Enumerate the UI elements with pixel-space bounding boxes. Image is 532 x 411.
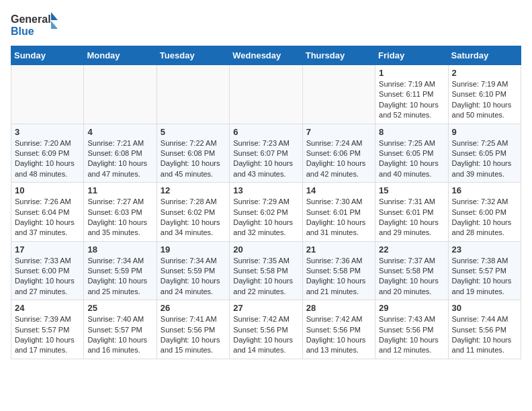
cell-info: Sunrise: 7:19 AM Sunset: 6:11 PM Dayligh…: [379, 79, 444, 121]
calendar-cell: 12Sunrise: 7:28 AM Sunset: 6:02 PM Dayli…: [157, 183, 229, 242]
calendar-cell: 25Sunrise: 7:40 AM Sunset: 5:57 PM Dayli…: [84, 300, 157, 359]
calendar-cell: 9Sunrise: 7:25 AM Sunset: 6:05 PM Daylig…: [448, 124, 521, 183]
cell-info: Sunrise: 7:27 AM Sunset: 6:03 PM Dayligh…: [87, 197, 152, 238]
cell-info: Sunrise: 7:29 AM Sunset: 6:02 PM Dayligh…: [233, 197, 298, 238]
cell-info: Sunrise: 7:20 AM Sunset: 6:09 PM Dayligh…: [15, 138, 80, 180]
cell-info: Sunrise: 7:23 AM Sunset: 6:07 PM Dayligh…: [233, 138, 298, 180]
cell-info: Sunrise: 7:21 AM Sunset: 6:08 PM Dayligh…: [87, 138, 152, 180]
calendar-cell: 23Sunrise: 7:38 AM Sunset: 5:57 PM Dayli…: [448, 241, 521, 300]
day-number: 24: [15, 303, 80, 313]
page-header: GeneralBlue: [11, 11, 521, 38]
calendar-cell: [230, 65, 302, 124]
calendar-cell: 24Sunrise: 7:39 AM Sunset: 5:57 PM Dayli…: [11, 300, 84, 359]
day-number: 22: [379, 244, 444, 255]
calendar-cell: 2Sunrise: 7:19 AM Sunset: 6:10 PM Daylig…: [448, 65, 521, 124]
day-number: 30: [452, 303, 517, 313]
svg-text:General: General: [11, 13, 51, 25]
day-number: 5: [161, 127, 226, 137]
day-number: 10: [15, 185, 80, 195]
calendar-cell: 3Sunrise: 7:20 AM Sunset: 6:09 PM Daylig…: [11, 124, 84, 183]
calendar-cell: 22Sunrise: 7:37 AM Sunset: 5:58 PM Dayli…: [375, 241, 448, 300]
calendar-cell: 16Sunrise: 7:32 AM Sunset: 6:00 PM Dayli…: [448, 183, 521, 242]
cell-info: Sunrise: 7:28 AM Sunset: 6:02 PM Dayligh…: [161, 197, 226, 238]
cell-info: Sunrise: 7:41 AM Sunset: 5:56 PM Dayligh…: [161, 314, 226, 356]
day-number: 11: [87, 185, 152, 195]
calendar-cell: 26Sunrise: 7:41 AM Sunset: 5:56 PM Dayli…: [157, 300, 229, 359]
cell-info: Sunrise: 7:35 AM Sunset: 5:58 PM Dayligh…: [233, 256, 298, 298]
calendar-week-row: 10Sunrise: 7:26 AM Sunset: 6:04 PM Dayli…: [11, 183, 521, 242]
cell-info: Sunrise: 7:44 AM Sunset: 5:56 PM Dayligh…: [452, 314, 517, 356]
day-number: 7: [306, 127, 371, 137]
calendar-cell: 6Sunrise: 7:23 AM Sunset: 6:07 PM Daylig…: [230, 124, 302, 183]
calendar-cell: 29Sunrise: 7:43 AM Sunset: 5:56 PM Dayli…: [375, 300, 448, 359]
day-number: 9: [452, 127, 517, 137]
calendar-cell: [11, 65, 84, 124]
calendar-cell: [302, 65, 375, 124]
calendar-cell: [84, 65, 157, 124]
cell-info: Sunrise: 7:25 AM Sunset: 6:05 PM Dayligh…: [452, 138, 517, 180]
calendar-cell: 20Sunrise: 7:35 AM Sunset: 5:58 PM Dayli…: [230, 241, 302, 300]
day-number: 17: [15, 244, 80, 255]
day-number: 29: [379, 303, 444, 313]
weekday-header: Monday: [84, 46, 157, 65]
day-number: 23: [452, 244, 517, 255]
svg-marker-2: [51, 12, 58, 20]
cell-info: Sunrise: 7:25 AM Sunset: 6:05 PM Dayligh…: [379, 138, 444, 180]
calendar-header-row: SundayMondayTuesdayWednesdayThursdayFrid…: [11, 46, 521, 65]
cell-info: Sunrise: 7:38 AM Sunset: 5:57 PM Dayligh…: [452, 256, 517, 298]
calendar-cell: 14Sunrise: 7:30 AM Sunset: 6:01 PM Dayli…: [302, 183, 375, 242]
day-number: 20: [233, 244, 298, 255]
day-number: 15: [379, 185, 444, 195]
day-number: 18: [87, 244, 152, 255]
calendar-week-row: 17Sunrise: 7:33 AM Sunset: 6:00 PM Dayli…: [11, 241, 521, 300]
day-number: 14: [306, 185, 371, 195]
calendar-week-row: 1Sunrise: 7:19 AM Sunset: 6:11 PM Daylig…: [11, 65, 521, 124]
day-number: 6: [233, 127, 298, 137]
logo: GeneralBlue: [11, 11, 58, 38]
cell-info: Sunrise: 7:24 AM Sunset: 6:06 PM Dayligh…: [306, 138, 371, 180]
day-number: 19: [161, 244, 226, 255]
weekday-header: Saturday: [448, 46, 521, 65]
cell-info: Sunrise: 7:42 AM Sunset: 5:56 PM Dayligh…: [233, 314, 298, 356]
calendar-week-row: 3Sunrise: 7:20 AM Sunset: 6:09 PM Daylig…: [11, 124, 521, 183]
calendar-cell: 10Sunrise: 7:26 AM Sunset: 6:04 PM Dayli…: [11, 183, 84, 242]
calendar-cell: 30Sunrise: 7:44 AM Sunset: 5:56 PM Dayli…: [448, 300, 521, 359]
calendar-cell: 11Sunrise: 7:27 AM Sunset: 6:03 PM Dayli…: [84, 183, 157, 242]
calendar-cell: 17Sunrise: 7:33 AM Sunset: 6:00 PM Dayli…: [11, 241, 84, 300]
cell-info: Sunrise: 7:30 AM Sunset: 6:01 PM Dayligh…: [306, 197, 371, 238]
calendar-cell: 5Sunrise: 7:22 AM Sunset: 6:08 PM Daylig…: [157, 124, 229, 183]
day-number: 3: [15, 127, 80, 137]
cell-info: Sunrise: 7:22 AM Sunset: 6:08 PM Dayligh…: [161, 138, 226, 180]
day-number: 16: [452, 185, 517, 195]
weekday-header: Sunday: [11, 46, 84, 65]
calendar-cell: 15Sunrise: 7:31 AM Sunset: 6:01 PM Dayli…: [375, 183, 448, 242]
calendar-cell: 1Sunrise: 7:19 AM Sunset: 6:11 PM Daylig…: [375, 65, 448, 124]
cell-info: Sunrise: 7:32 AM Sunset: 6:00 PM Dayligh…: [452, 197, 517, 238]
weekday-header: Wednesday: [230, 46, 302, 65]
calendar-cell: 27Sunrise: 7:42 AM Sunset: 5:56 PM Dayli…: [230, 300, 302, 359]
cell-info: Sunrise: 7:39 AM Sunset: 5:57 PM Dayligh…: [15, 314, 80, 356]
cell-info: Sunrise: 7:31 AM Sunset: 6:01 PM Dayligh…: [379, 197, 444, 238]
cell-info: Sunrise: 7:43 AM Sunset: 5:56 PM Dayligh…: [379, 314, 444, 356]
day-number: 21: [306, 244, 371, 255]
cell-info: Sunrise: 7:26 AM Sunset: 6:04 PM Dayligh…: [15, 197, 80, 238]
calendar-cell: 7Sunrise: 7:24 AM Sunset: 6:06 PM Daylig…: [302, 124, 375, 183]
calendar-cell: 18Sunrise: 7:34 AM Sunset: 5:59 PM Dayli…: [84, 241, 157, 300]
calendar-cell: 21Sunrise: 7:36 AM Sunset: 5:58 PM Dayli…: [302, 241, 375, 300]
calendar-table: SundayMondayTuesdayWednesdayThursdayFrid…: [11, 46, 521, 359]
day-number: 26: [161, 303, 226, 313]
cell-info: Sunrise: 7:37 AM Sunset: 5:58 PM Dayligh…: [379, 256, 444, 298]
day-number: 13: [233, 185, 298, 195]
calendar-cell: 8Sunrise: 7:25 AM Sunset: 6:05 PM Daylig…: [375, 124, 448, 183]
day-number: 2: [452, 68, 517, 78]
cell-info: Sunrise: 7:40 AM Sunset: 5:57 PM Dayligh…: [87, 314, 152, 356]
cell-info: Sunrise: 7:34 AM Sunset: 5:59 PM Dayligh…: [161, 256, 226, 298]
svg-text:Blue: Blue: [11, 26, 34, 37]
weekday-header: Tuesday: [157, 46, 229, 65]
day-number: 8: [379, 127, 444, 137]
weekday-header: Thursday: [302, 46, 375, 65]
day-number: 12: [161, 185, 226, 195]
cell-info: Sunrise: 7:19 AM Sunset: 6:10 PM Dayligh…: [452, 79, 517, 121]
day-number: 1: [379, 68, 444, 78]
calendar-cell: 4Sunrise: 7:21 AM Sunset: 6:08 PM Daylig…: [84, 124, 157, 183]
